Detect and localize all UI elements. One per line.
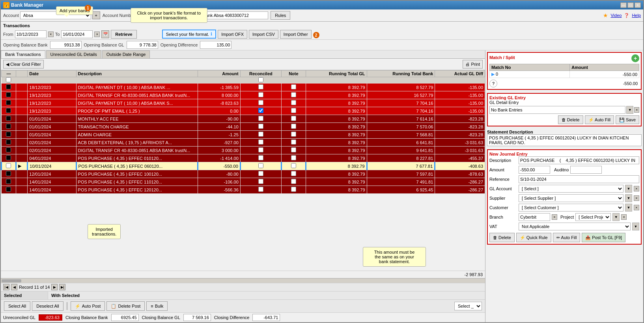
closing-gl-input[interactable] [183, 314, 211, 321]
row-reconciled-checkbox[interactable] [258, 163, 263, 168]
auditno-input[interactable] [570, 166, 602, 174]
row-reconciled-checkbox[interactable] [258, 171, 263, 176]
vat-select[interactable]: Not Applicable [519, 223, 631, 230]
table-row[interactable]: 02/01/2024 DIGITAL TRANSF CR 40-8330-085… [2, 147, 485, 154]
select-all-checkbox[interactable] [6, 77, 11, 82]
row-note-checkbox[interactable] [291, 132, 296, 137]
row-note-checkbox[interactable] [291, 163, 296, 168]
row-reconciled-checkbox[interactable] [258, 92, 263, 97]
row-note-checkbox[interactable] [291, 179, 296, 184]
description-input[interactable] [519, 156, 639, 164]
help-label[interactable]: Help [632, 13, 641, 18]
row-reconciled-checkbox[interactable] [258, 187, 263, 192]
project-dropdown-btn[interactable]: ▼ [612, 213, 620, 221]
row-checkbox[interactable] [6, 147, 11, 152]
row-reconciled-checkbox[interactable] [258, 116, 263, 121]
row-reconciled-checkbox[interactable] [258, 124, 263, 129]
to-date-input[interactable] [61, 30, 93, 38]
row-note-checkbox[interactable] [291, 187, 296, 192]
import-ofx-btn[interactable]: Import OFX [218, 30, 247, 39]
table-row[interactable]: 19/12/2023 DIGITAL PAYMENT DT ( 10,00 ) … [2, 99, 485, 107]
select-dropdown[interactable]: Select _ [454, 302, 482, 310]
gl-delete-btn[interactable]: 🗑 Delete [558, 115, 583, 124]
bulk-btn[interactable]: ≡ Bulk [146, 301, 168, 311]
from-date-clear-btn[interactable]: × [48, 32, 54, 37]
table-row[interactable]: 18/12/2023 DIGITAL PAYMENT DT ( 10,00 ) … [2, 84, 485, 91]
from-date-input[interactable] [15, 30, 47, 38]
supplier-clear-btn[interactable]: × [634, 195, 639, 201]
supplier-select[interactable]: [ Select Supplier ] [519, 194, 623, 202]
horizontal-scrollbar[interactable] [1, 278, 485, 283]
deselect-all-btn[interactable]: Deselect All [32, 301, 63, 311]
post-to-gl-btn[interactable]: 📤 Post To GL [F9] [582, 233, 625, 242]
project-clear-btn[interactable]: × [621, 214, 627, 220]
table-row[interactable]: ▶ 10/01/2024 POS PURCHASE ( 4,35 ) EFFEC… [2, 162, 485, 170]
row-note-checkbox[interactable] [291, 124, 296, 129]
row-reconciled-checkbox[interactable] [258, 108, 263, 113]
to-date-clear-btn[interactable]: × [94, 32, 100, 37]
table-row[interactable]: 19/12/2023 DIGITAL TRANSF CR 40-8330-085… [2, 91, 485, 99]
table-row[interactable]: 14/01/2024 POS PURCHASE ( 4,35 ) EFFEC 1… [2, 186, 485, 194]
opening-bank-input[interactable] [50, 41, 82, 49]
customer-dropdown-btn[interactable]: ▼ [625, 204, 632, 212]
minimize-btn[interactable]: — [620, 2, 627, 8]
table-row[interactable]: 01/01/2024 MONTHLY ACC FEE -90.00 8 392.… [2, 115, 485, 123]
reference-input[interactable] [519, 175, 639, 183]
row-reconciled-checkbox[interactable] [258, 147, 263, 152]
row-checkbox[interactable] [6, 92, 11, 97]
row-note-checkbox[interactable] [291, 84, 296, 89]
branch-clear-btn[interactable]: × [552, 214, 557, 220]
row-note-checkbox[interactable] [291, 139, 296, 145]
tab-unreconciled-gl[interactable]: Unreconciled GL Details [46, 50, 101, 58]
row-note-checkbox[interactable] [291, 100, 296, 105]
row-checkbox[interactable] [6, 179, 11, 184]
table-row[interactable]: 14/01/2024 POS PURCHASE ( 4,35 ) EFFEC 1… [2, 178, 485, 186]
project-select[interactable]: [ Select Project ] [575, 213, 611, 221]
opening-diff-input[interactable] [200, 41, 231, 49]
quick-rule-btn[interactable]: ⚡ Quick Rule [516, 233, 551, 242]
row-note-checkbox[interactable] [291, 92, 296, 97]
amount-input[interactable] [519, 166, 550, 174]
match-help-btn[interactable]: ? [489, 80, 497, 87]
gl-detail-dropdown-btn[interactable]: ▼ [626, 106, 633, 114]
branch-input[interactable] [519, 213, 550, 221]
next-record-btn[interactable]: ▶ [51, 284, 58, 290]
tab-bank-transactions[interactable]: Bank Transactions [1, 50, 45, 58]
customer-select[interactable]: [ Select Customer ] [519, 204, 623, 212]
table-row[interactable]: 12/01/2024 POS PURCHASE ( 4,35 ) EFFEC 1… [2, 170, 485, 178]
row-reconciled-checkbox[interactable] [258, 179, 263, 184]
row-checkbox[interactable] [6, 124, 11, 129]
print-btn[interactable]: 🖨 Print [463, 60, 483, 69]
table-row[interactable]: 19/12/2023 PROOF OF PMT EMAIL ( 1,25 ) 0… [2, 107, 485, 115]
gl-auto-fill-btn[interactable]: ⚡ Auto Fill [585, 115, 614, 124]
row-checkbox[interactable] [6, 132, 11, 137]
row-checkbox[interactable] [6, 100, 11, 105]
recon-filter-checkbox[interactable] [258, 77, 263, 82]
auto-post-btn[interactable]: ⚡ Auto Post [71, 301, 105, 311]
video-label[interactable]: Video [610, 13, 622, 18]
row-checkbox[interactable] [6, 171, 11, 176]
table-row[interactable]: 02/01/2024 ACB DEBIT:EXTERNAL ( 19,75 ) … [2, 139, 485, 147]
delete-post-btn[interactable]: 📋 Delete Post [106, 301, 145, 311]
table-row[interactable]: 01/01/2024 TRANSACTION CHARGE -44.10 8 3… [2, 123, 485, 131]
journal-delete-btn[interactable]: 🗑 Delete [489, 233, 515, 242]
maximize-btn[interactable]: □ [627, 2, 634, 8]
gl-account-select[interactable]: [ Select ] [519, 185, 623, 193]
close-btn[interactable]: × [635, 2, 641, 8]
row-note-checkbox[interactable] [291, 155, 296, 160]
row-reconciled-checkbox[interactable] [258, 155, 263, 160]
opening-gl-input[interactable] [127, 41, 158, 49]
auto-fill-journal-btn[interactable]: ✏ Auto Fill [553, 233, 581, 242]
row-note-checkbox[interactable] [291, 116, 296, 121]
import-csv-btn[interactable]: Import CSV [249, 30, 278, 39]
row-checkbox[interactable] [6, 116, 11, 121]
first-record-btn[interactable]: |◀ [3, 284, 9, 290]
row-reconciled-checkbox[interactable] [258, 139, 263, 145]
scroll-thumb[interactable] [2, 279, 21, 282]
closing-bank-input[interactable] [111, 314, 139, 321]
table-row[interactable]: 01/01/2024 ADMIN CHARGE -1.25 8 392.79 7… [2, 131, 485, 139]
row-note-checkbox[interactable] [291, 147, 296, 152]
rules-button[interactable]: Rules [271, 11, 290, 20]
add-account-btn[interactable]: + [92, 11, 100, 19]
import-other-btn[interactable]: Import Other [280, 30, 312, 39]
